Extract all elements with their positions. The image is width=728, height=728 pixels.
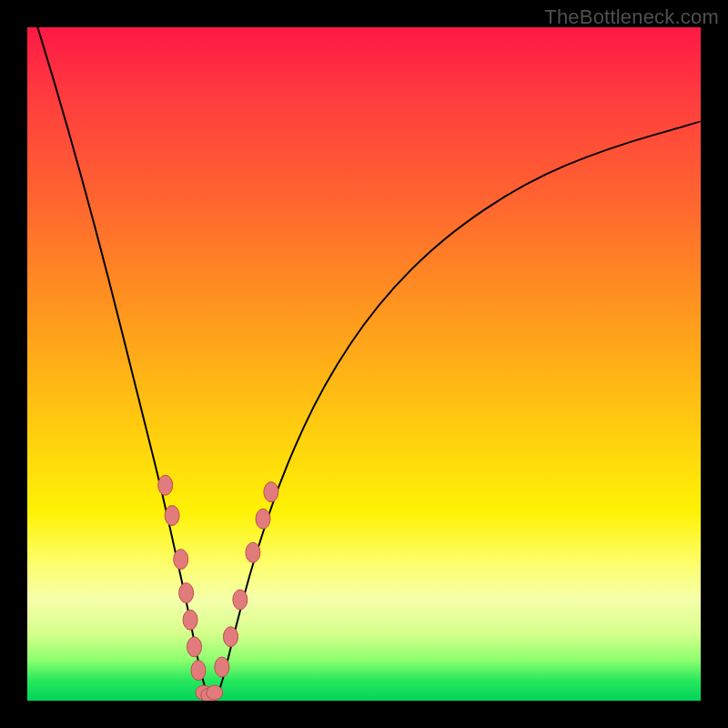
data-point: [183, 610, 197, 630]
data-point: [215, 657, 229, 677]
chart-frame: TheBottleneck.com: [0, 0, 728, 728]
data-point: [187, 637, 202, 657]
data-point: [179, 583, 194, 603]
watermark-text: TheBottleneck.com: [544, 5, 719, 29]
data-point: [207, 685, 223, 700]
chart-svg: [27, 27, 701, 701]
data-point: [191, 661, 206, 681]
data-points: [158, 475, 278, 701]
data-point: [165, 506, 179, 526]
data-point: [174, 550, 188, 570]
plot-area: [27, 27, 701, 701]
data-point: [158, 475, 173, 495]
data-point: [246, 542, 260, 562]
data-point: [233, 590, 248, 610]
data-point: [223, 627, 238, 647]
data-point: [256, 509, 270, 529]
bottleneck-curve: [27, 27, 701, 701]
data-point: [264, 482, 278, 502]
